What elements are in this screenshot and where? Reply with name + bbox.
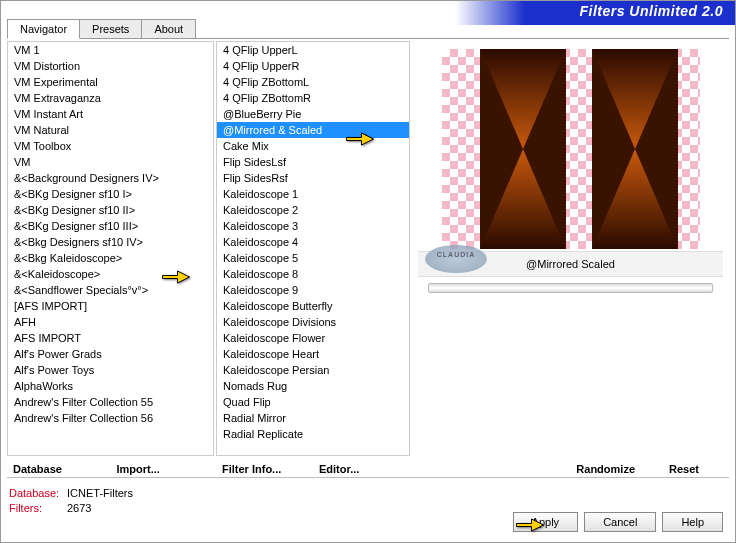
preview-panel — [442, 49, 700, 249]
database-button[interactable]: Database — [7, 460, 111, 478]
tab-navigator[interactable]: Navigator — [7, 19, 80, 39]
list-item[interactable]: 4 QFlip UpperL — [217, 42, 409, 58]
list-item[interactable]: Kaleidoscope Heart — [217, 346, 409, 362]
svg-marker-3 — [635, 49, 678, 249]
help-button[interactable]: Help — [662, 512, 723, 532]
list-item[interactable]: Nomads Rug — [217, 378, 409, 394]
db-value: ICNET-Filters — [67, 487, 133, 499]
tab-presets[interactable]: Presets — [79, 19, 142, 39]
svg-marker-0 — [480, 49, 523, 249]
editor-button[interactable]: Editor... — [313, 460, 410, 478]
list-item[interactable]: VM 1 — [8, 42, 213, 58]
reset-button[interactable]: Reset — [655, 460, 713, 478]
list-item[interactable]: VM Toolbox — [8, 138, 213, 154]
list-item[interactable]: &<BKg Designer sf10 I> — [8, 186, 213, 202]
filters-key: Filters: — [9, 501, 67, 516]
cancel-button[interactable]: Cancel — [584, 512, 656, 532]
list-item[interactable]: [AFS IMPORT] — [8, 298, 213, 314]
list-item[interactable]: &<Sandflower Specials°v°> — [8, 282, 213, 298]
apply-button[interactable]: Apply — [513, 512, 579, 532]
list-item[interactable]: VM Extravaganza — [8, 90, 213, 106]
filter-info-button[interactable]: Filter Info... — [216, 460, 313, 478]
list-item[interactable]: AFS IMPORT — [8, 330, 213, 346]
list-item[interactable]: &<Kaleidoscope> — [8, 266, 213, 282]
category-list[interactable]: VM 1VM DistortionVM ExperimentalVM Extra… — [7, 41, 214, 456]
tab-underline — [7, 38, 729, 39]
import-button[interactable]: Import... — [111, 460, 215, 478]
filter-list[interactable]: 4 QFlip UpperL4 QFlip UpperR4 QFlip ZBot… — [216, 41, 410, 456]
filters-value: 2673 — [67, 502, 91, 514]
svg-marker-2 — [592, 49, 635, 249]
randomize-button[interactable]: Randomize — [562, 460, 649, 478]
list-item[interactable]: Kaleidoscope 9 — [217, 282, 409, 298]
list-item[interactable]: Kaleidoscope Butterfly — [217, 298, 409, 314]
list-item[interactable]: Kaleidoscope 2 — [217, 202, 409, 218]
list-item[interactable]: Radial Replicate — [217, 426, 409, 442]
list-item[interactable]: &<Bkg Designers sf10 IV> — [8, 234, 213, 250]
list-item[interactable]: Kaleidoscope 4 — [217, 234, 409, 250]
db-key: Database: — [9, 486, 67, 501]
list-item[interactable]: &<Bkg Kaleidoscope> — [8, 250, 213, 266]
list-item[interactable]: VM Distortion — [8, 58, 213, 74]
list-item[interactable]: Kaleidoscope Flower — [217, 330, 409, 346]
list-item[interactable]: Andrew's Filter Collection 56 — [8, 410, 213, 426]
svg-marker-1 — [523, 49, 566, 249]
list-item[interactable]: @BlueBerry Pie — [217, 106, 409, 122]
list-item[interactable]: Flip SidesLsf — [217, 154, 409, 170]
list-item[interactable]: AlphaWorks — [8, 378, 213, 394]
list-item[interactable]: VM Instant Art — [8, 106, 213, 122]
list-item[interactable]: Quad Flip — [217, 394, 409, 410]
list-item[interactable]: &<Background Designers IV> — [8, 170, 213, 186]
list-item[interactable]: Kaleidoscope 1 — [217, 186, 409, 202]
list-item[interactable]: Kaleidoscope 5 — [217, 250, 409, 266]
app-banner: Filters Unlimited 2.0 — [455, 1, 735, 25]
list-item[interactable]: Alf's Power Grads — [8, 346, 213, 362]
slider[interactable] — [428, 283, 713, 293]
separator — [7, 477, 729, 478]
list-item[interactable]: Flip SidesRsf — [217, 170, 409, 186]
list-item[interactable]: 4 QFlip UpperR — [217, 58, 409, 74]
tab-about[interactable]: About — [141, 19, 196, 39]
list-item[interactable]: &<BKg Designer sf10 III> — [8, 218, 213, 234]
list-item[interactable]: Andrew's Filter Collection 55 — [8, 394, 213, 410]
list-item[interactable]: &<BKg Designer sf10 II> — [8, 202, 213, 218]
list-item[interactable]: Kaleidoscope 8 — [217, 266, 409, 282]
list-item[interactable]: Radial Mirror — [217, 410, 409, 426]
list-item[interactable]: Kaleidoscope Persian — [217, 362, 409, 378]
list-item[interactable]: Alf's Power Toys — [8, 362, 213, 378]
watermark-badge: CLAUDIA — [425, 245, 487, 273]
list-item[interactable]: VM Experimental — [8, 74, 213, 90]
tab-strip: Navigator Presets About — [7, 19, 195, 39]
list-item[interactable]: Kaleidoscope Divisions — [217, 314, 409, 330]
list-item[interactable]: @Mirrored & Scaled — [217, 122, 409, 138]
list-item[interactable]: VM Natural — [8, 122, 213, 138]
list-item[interactable]: Kaleidoscope 3 — [217, 218, 409, 234]
list-item[interactable]: VM — [8, 154, 213, 170]
list-item[interactable]: 4 QFlip ZBottomL — [217, 74, 409, 90]
list-item[interactable]: Cake Mix — [217, 138, 409, 154]
list-item[interactable]: 4 QFlip ZBottomR — [217, 90, 409, 106]
list-item[interactable]: AFH — [8, 314, 213, 330]
